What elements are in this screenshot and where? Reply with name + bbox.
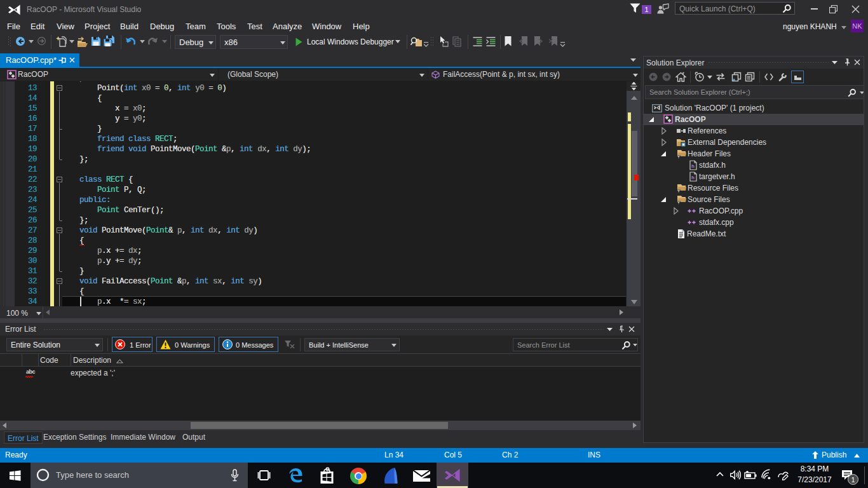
svg-text:h: h <box>691 175 695 180</box>
svg-text:h: h <box>691 163 695 169</box>
